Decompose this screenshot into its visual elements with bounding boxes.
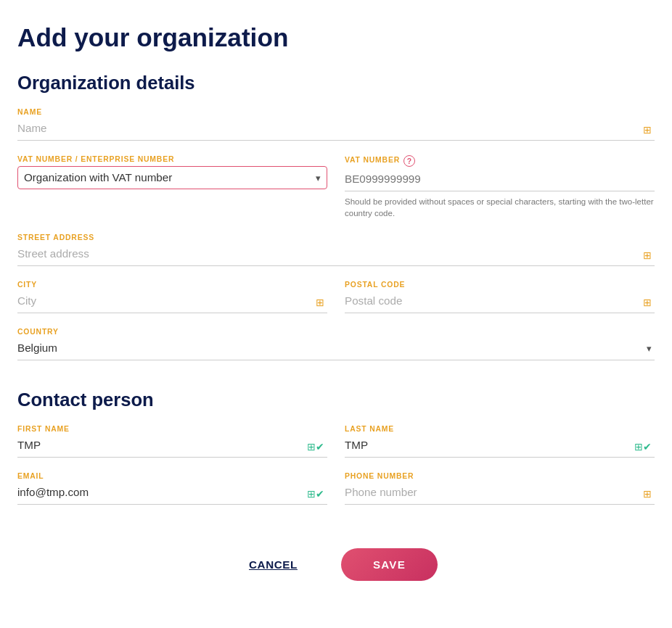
vat-number-col: VAT NUMBER ? Should be provided without … xyxy=(345,155,655,219)
first-name-col: FIRST NAME ⊞✔ xyxy=(17,425,327,472)
name-field-wrapper: ⊞ xyxy=(17,119,655,141)
postal-code-wrapper: ⊞ xyxy=(345,292,655,313)
phone-edit-icon: ⊞ xyxy=(643,488,652,500)
postal-code-input[interactable] xyxy=(345,292,655,310)
org-details-heading: Organization details xyxy=(17,73,655,94)
email-col: EMAIL ⊞✔ xyxy=(17,472,327,519)
postal-edit-icon: ⊞ xyxy=(643,297,652,308)
city-label: CITY xyxy=(17,281,327,289)
postal-col: POSTAL CODE ⊞ xyxy=(345,281,655,328)
country-wrapper: Belgium Netherlands France Germany Luxem… xyxy=(17,339,655,360)
vat-number-input[interactable] xyxy=(345,170,655,188)
last-name-label: LAST NAME xyxy=(345,425,655,433)
vat-select-wrapper[interactable]: Organization with VAT number Organizatio… xyxy=(17,166,327,189)
last-name-wrapper: ⊞✔ xyxy=(345,436,655,458)
name-field-group: NAME ⊞ xyxy=(17,108,655,141)
city-wrapper: ⊞ xyxy=(17,292,327,313)
phone-input[interactable] xyxy=(345,483,655,501)
city-input[interactable] xyxy=(17,292,327,310)
last-name-col: LAST NAME ⊞✔ xyxy=(345,425,655,472)
save-button[interactable]: SAVE xyxy=(341,548,438,581)
name-input[interactable] xyxy=(17,119,655,137)
street-address-label: STREET ADDRESS xyxy=(17,234,655,241)
phone-label: PHONE NUMBER xyxy=(345,472,655,480)
last-name-input[interactable] xyxy=(345,436,655,454)
cancel-button[interactable]: CANCEL xyxy=(234,551,312,578)
vat-hint-text: Should be provided without spaces or spe… xyxy=(345,196,655,219)
city-col: CITY ⊞ xyxy=(17,281,327,328)
contact-person-heading: Contact person xyxy=(17,389,655,410)
phone-col: PHONE NUMBER ⊞ xyxy=(345,472,655,519)
first-name-input[interactable] xyxy=(17,436,327,454)
street-address-wrapper: ⊞ xyxy=(17,244,655,266)
vat-enterprise-label: VAT NUMBER / ENTERPRISE NUMBER xyxy=(17,155,327,163)
vat-enterprise-select[interactable]: Organization with VAT number Organizatio… xyxy=(24,171,321,183)
org-details-section: Organization details NAME ⊞ VAT NUMBER /… xyxy=(17,73,655,360)
email-check-icon: ⊞✔ xyxy=(307,488,324,500)
country-select[interactable]: Belgium Netherlands France Germany Luxem… xyxy=(17,339,655,357)
vat-number-label-row: VAT NUMBER ? xyxy=(345,155,655,167)
page-title: Add your organization xyxy=(17,23,655,52)
email-phone-row: EMAIL ⊞✔ PHONE NUMBER ⊞ xyxy=(17,472,655,519)
name-label: NAME xyxy=(17,108,655,116)
street-edit-icon: ⊞ xyxy=(643,249,652,261)
vat-row: VAT NUMBER / ENTERPRISE NUMBER Organizat… xyxy=(17,155,655,219)
name-row: FIRST NAME ⊞✔ LAST NAME ⊞✔ xyxy=(17,425,655,472)
street-address-group: STREET ADDRESS ⊞ xyxy=(17,234,655,266)
city-postal-row: CITY ⊞ POSTAL CODE ⊞ xyxy=(17,281,655,328)
email-wrapper: ⊞✔ xyxy=(17,483,327,505)
email-input[interactable] xyxy=(17,483,327,501)
postal-code-label: POSTAL CODE xyxy=(345,281,655,289)
first-name-label: FIRST NAME xyxy=(17,425,327,433)
last-name-check-icon: ⊞✔ xyxy=(634,441,652,453)
country-label: COUNTRY xyxy=(17,328,655,336)
first-name-wrapper: ⊞✔ xyxy=(17,436,327,458)
vat-number-field-wrapper xyxy=(345,170,655,191)
vat-enterprise-col: VAT NUMBER / ENTERPRISE NUMBER Organizat… xyxy=(17,155,327,219)
country-group: COUNTRY Belgium Netherlands France Germa… xyxy=(17,328,655,360)
vat-number-label: VAT NUMBER xyxy=(345,156,400,164)
phone-wrapper: ⊞ xyxy=(345,483,655,505)
first-name-check-icon: ⊞✔ xyxy=(307,441,324,453)
email-label: EMAIL xyxy=(17,472,327,480)
vat-question-icon[interactable]: ? xyxy=(403,155,415,167)
street-address-input[interactable] xyxy=(17,244,655,263)
name-edit-icon: ⊞ xyxy=(643,124,652,136)
buttons-row: CANCEL SAVE xyxy=(17,548,655,581)
city-edit-icon: ⊞ xyxy=(316,297,324,308)
contact-person-section: Contact person FIRST NAME ⊞✔ LAST NAME ⊞… xyxy=(17,389,655,519)
